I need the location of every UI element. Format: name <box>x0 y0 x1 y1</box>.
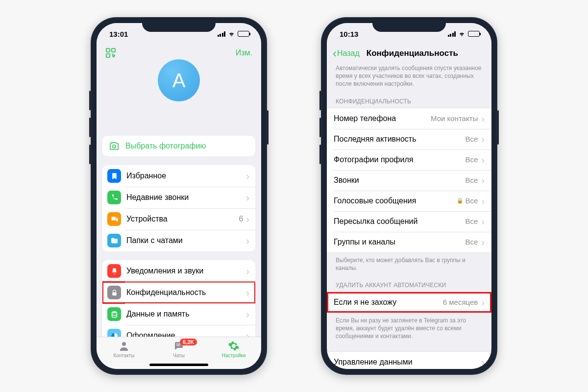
chevron-right-icon: › <box>246 309 249 319</box>
privacy-row[interactable]: Пересылка сообщений Все › <box>327 211 491 232</box>
chevron-right-icon: › <box>481 155 485 165</box>
row-label: Звонки <box>334 176 465 185</box>
settings-row-bell[interactable]: Уведомления и звуки › <box>102 260 255 282</box>
svg-point-4 <box>113 145 116 148</box>
privacy-row[interactable]: Фотографии профиля Все › <box>327 149 491 170</box>
row-value: 6 месяцев <box>443 298 478 306</box>
avatar-letter: A <box>172 70 186 92</box>
camera-icon <box>109 141 120 151</box>
row-label: Если я не захожу <box>334 298 443 307</box>
notch <box>142 17 216 32</box>
bookmark-icon <box>107 169 121 183</box>
chevron-right-icon: › <box>481 134 485 144</box>
row-label: Данные и память <box>126 310 246 318</box>
svg-point-3 <box>113 55 115 57</box>
chevron-right-icon: › <box>246 288 249 297</box>
privacy-footer: Выберите, кто может добавлять Вас в груп… <box>327 253 491 272</box>
signal-icon <box>448 31 456 37</box>
notch <box>372 17 446 32</box>
svg-rect-6 <box>116 218 118 221</box>
privacy-header: КОНФИДЕНЦИАЛЬНОСТЬ <box>327 88 491 108</box>
home-indicator[interactable] <box>149 364 208 366</box>
row-value: Все <box>465 238 478 246</box>
inactive-delete-row[interactable]: Если я не захожу 6 месяцев › <box>327 292 491 313</box>
row-label: Последняя активность <box>334 135 465 144</box>
tab-contacts[interactable]: Контакты <box>102 340 146 358</box>
wifi-icon <box>228 31 235 37</box>
privacy-row[interactable]: Номер телефона Мои контакты › <box>327 108 491 129</box>
wifi-icon <box>458 31 466 37</box>
chevron-right-icon: › <box>481 217 485 226</box>
choose-photo-label: Выбрать фотографию <box>125 142 206 150</box>
row-value: Все <box>465 155 478 164</box>
signal-icon <box>218 31 226 37</box>
chevron-right-icon: › <box>481 297 485 307</box>
row-label: Фотографии профиля <box>334 155 465 164</box>
privacy-row[interactable]: Звонки Все › <box>327 170 491 191</box>
row-label: Папки с чатами <box>126 236 246 245</box>
status-time: 13:01 <box>109 30 128 38</box>
row-label: Устройства <box>126 215 239 223</box>
tab-label: Настройки <box>221 353 245 358</box>
battery-low-icon <box>238 31 249 37</box>
chats-badge: 6,2K <box>180 339 197 345</box>
gear-icon <box>227 340 240 352</box>
lock-icon <box>107 286 121 299</box>
edit-button[interactable]: Изм. <box>236 48 252 57</box>
row-label: Конфиденциальность <box>126 288 246 297</box>
chevron-right-icon: › <box>481 196 485 206</box>
chevron-right-icon: › <box>481 114 485 123</box>
row-label: Избранное <box>126 172 246 180</box>
chevron-right-icon: › <box>481 357 485 367</box>
row-label: Недавние звонки <box>126 193 246 202</box>
row-label: Уведомления и звуки <box>126 267 246 275</box>
privacy-row[interactable]: Группы и каналы Все › <box>327 232 491 252</box>
svg-point-14 <box>122 342 126 346</box>
folder-icon <box>107 234 121 247</box>
chevron-right-icon: › <box>246 266 249 276</box>
svg-rect-2 <box>106 54 110 57</box>
avatar[interactable]: A <box>158 59 200 101</box>
privacy-row[interactable]: Последняя активность Все › <box>327 129 491 149</box>
chevron-right-icon: › <box>246 236 249 245</box>
privacy-row[interactable]: Голосовые сообщения 🔒 Все › <box>327 191 491 211</box>
settings-row-folder[interactable]: Папки с чатами › <box>102 230 255 251</box>
settings-row-lock[interactable]: Конфиденциальность › <box>102 282 255 303</box>
chevron-left-icon: ‹ <box>333 48 337 59</box>
delete-account-header: УДАЛИТЬ АККАУНТ АВТОМАТИЧЕСКИ <box>327 272 491 292</box>
tab-label: Чаты <box>173 353 185 358</box>
phone-settings: 13:01 Изм. A Выбрать фотографию Избранн <box>91 17 267 375</box>
settings-row-data[interactable]: Данные и память › <box>102 303 255 325</box>
contacts-icon <box>118 340 130 352</box>
row-value: Мои контакты <box>431 114 478 122</box>
battery-icon <box>468 31 480 37</box>
lock-icon: 🔒 <box>457 197 464 204</box>
status-time: 10:13 <box>340 30 358 38</box>
devices-icon <box>107 212 121 226</box>
data-management-row[interactable]: Управление данными › <box>327 351 491 369</box>
delete-account-footer: Если Вы ни разу не заглянете в Telegram … <box>327 313 491 341</box>
svg-point-8 <box>112 311 117 313</box>
svg-rect-1 <box>112 49 115 52</box>
settings-row-devices[interactable]: Устройства 6 › <box>102 208 255 230</box>
nav-bar: ‹ Назад Конфиденциальность <box>327 45 491 64</box>
settings-row-phone[interactable]: Недавние звонки › <box>102 187 255 208</box>
row-label: Голосовые сообщения <box>334 196 457 205</box>
choose-photo-button[interactable]: Выбрать фотографию <box>102 136 255 156</box>
settings-row-bookmark[interactable]: Избранное › <box>102 165 255 187</box>
row-value: Все <box>465 135 478 143</box>
tab-bar: Контакты 6,2K Чаты Настройки <box>97 337 261 369</box>
chevron-right-icon: › <box>246 171 249 181</box>
row-label: Номер телефона <box>334 114 431 123</box>
tab-chats[interactable]: 6,2K Чаты <box>157 340 201 358</box>
chevron-right-icon: › <box>481 175 485 185</box>
row-value: Все <box>465 217 478 225</box>
row-value: Все <box>465 196 478 205</box>
row-label: Группы и каналы <box>334 238 465 246</box>
row-value: Все <box>465 176 478 184</box>
tab-settings[interactable]: Настройки <box>212 340 256 358</box>
chevron-right-icon: › <box>246 193 249 202</box>
settings-row-appearance[interactable]: Оформление › <box>102 325 255 337</box>
chevron-right-icon: › <box>481 237 485 247</box>
qr-icon[interactable] <box>105 48 116 60</box>
